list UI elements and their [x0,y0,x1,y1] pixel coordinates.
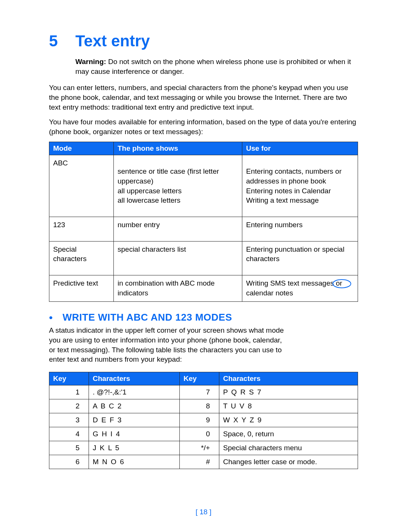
keys-th-chars2: Characters [219,372,358,385]
modes-th-mode: Mode [49,142,114,155]
keys-cell-key: 0 [180,427,219,441]
modes-cell-use: Entering punctuation or special characte… [242,241,358,275]
page: 5 Text entry Warning: Do not switch on t… [0,0,407,532]
chapter-title: Text entry [75,32,150,50]
keys-th-key2: Key [180,372,219,385]
table-row: 1. @?!-,&:'17P Q R S 7 [49,385,358,399]
modes-cell-shows: number entry [114,217,242,242]
table-row: 5J K L 5*/+Special characters menu [49,441,358,455]
section-heading-row: • WRITE WITH ABC AND 123 MODES [49,312,358,323]
keys-cell-chars: G H I 4 [89,427,180,441]
keys-th-chars1: Characters [89,372,180,385]
intro-paragraph-2: You have four modes available for enteri… [49,117,358,136]
warning-label: Warning: [75,58,106,66]
keys-cell-chars: . @?!-,&:'1 [89,385,180,399]
oval-icon [331,278,352,291]
keys-cell-chars: A B C 2 [89,399,180,413]
bullet-icon: • [49,312,63,323]
modes-th-shows: The phone shows [114,142,242,155]
table-header-row: Key Characters Key Characters [49,372,358,385]
modes-table: Mode The phone shows Use for ABC sentenc… [49,142,358,302]
keys-cell-key: 6 [49,455,89,469]
table-row: 6M N O 6#Changes letter case or mode. [49,455,358,469]
modes-cell-shows: special characters list [114,241,242,275]
keys-cell-key: 2 [49,399,89,413]
keys-cell-chars: Space, 0, return [219,427,358,441]
intro-paragraph-1: You can enter letters, numbers, and spec… [49,83,358,112]
chapter-number: 5 [49,32,75,50]
keys-cell-key: 4 [49,427,89,441]
section-text: A status indicator in the upper left cor… [49,326,290,364]
modes-th-use: Use for [242,142,358,155]
modes-cell-shows: sentence or title case (first letter upp… [114,155,242,217]
keys-cell-chars: M N O 6 [89,455,180,469]
keys-cell-chars: Changes letter case or mode. [219,455,358,469]
keys-cell-key: 9 [180,413,219,427]
keys-cell-key: 3 [49,413,89,427]
modes-cell-mode: Predictive text [49,275,114,301]
keys-cell-chars: W X Y Z 9 [219,413,358,427]
page-number: [ 18 ] [0,508,407,516]
keys-cell-chars: P Q R S 7 [219,385,358,399]
modes-cell-value: Entering contacts, numbers or addresses … [246,167,354,205]
table-header-row: Mode The phone shows Use for [49,142,358,155]
svg-point-0 [333,280,351,288]
modes-cell-value: sentence or title case (first letter upp… [118,167,238,205]
warning-text: Do not switch on the phone when wireless… [75,58,351,75]
table-row: Special characters special characters li… [49,241,358,275]
modes-cell-use: Entering numbers [242,217,358,242]
modes-cell-mode: 123 [49,217,114,242]
keys-cell-key: 7 [180,385,219,399]
keys-cell-chars: D E F 3 [89,413,180,427]
table-row: 2A B C 28T U V 8 [49,399,358,413]
keys-th-key1: Key [49,372,89,385]
keys-cell-key: 1 [49,385,89,399]
table-row: 123 number entry Entering numbers [49,217,358,242]
table-row: ABC sentence or title case (first letter… [49,155,358,217]
keys-cell-key: */+ [180,441,219,455]
keys-cell-key: 5 [49,441,89,455]
modes-cell-shows: in combination with ABC mode indicators [114,275,242,301]
warning-block: Warning: Do not switch on the phone when… [75,57,358,76]
keys-cell-key: # [180,455,219,469]
keys-cell-key: 8 [180,399,219,413]
table-row: 4G H I 40Space, 0, return [49,427,358,441]
modes-cell-mode: Special characters [49,241,114,275]
modes-cell-mode: ABC [49,155,114,217]
table-row: 3D E F 39W X Y Z 9 [49,413,358,427]
keys-table: Key Characters Key Characters 1. @?!-,&:… [49,372,358,469]
section-heading: WRITE WITH ABC AND 123 MODES [63,312,232,323]
keys-cell-chars: Special characters menu [219,441,358,455]
chapter-heading: 5 Text entry [49,32,358,50]
table-row: Predictive text in combination with ABC … [49,275,358,301]
keys-cell-chars: J K L 5 [89,441,180,455]
modes-cell-use: Entering contacts, numbers or addresses … [242,155,358,217]
keys-cell-chars: T U V 8 [219,399,358,413]
